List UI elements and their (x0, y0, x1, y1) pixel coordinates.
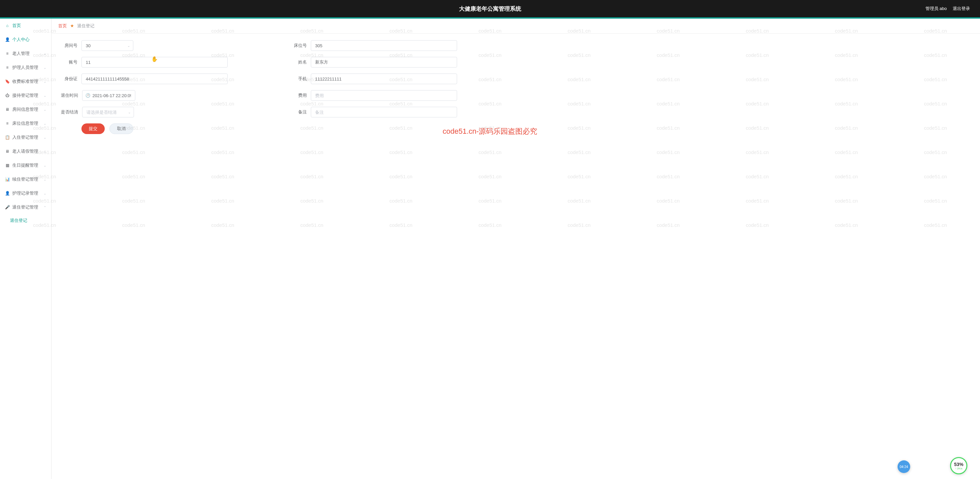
sidebar-item-birthday[interactable]: ▦ 生日提醒管理 ⌄ (0, 158, 51, 172)
chevron-down-icon: ⌄ (43, 94, 46, 97)
sidebar-item-checkout[interactable]: 🎤 退住登记管理 ⌃ (0, 200, 51, 214)
fee-label: 费用 (288, 93, 311, 99)
idcard-input[interactable] (81, 73, 228, 84)
list-icon: ≡ (5, 65, 10, 70)
chevron-down-icon: ⌄ (43, 150, 46, 153)
phone-input[interactable] (311, 73, 457, 84)
sidebar-item-bed[interactable]: ≡ 床位信息管理 ⌄ (0, 117, 51, 130)
cancel-button[interactable]: 取消 (109, 123, 133, 134)
checkout-time-label: 退住时间 (58, 93, 82, 99)
sidebar-item-label: 入住登记管理 (12, 134, 43, 141)
list-icon: ≡ (5, 51, 10, 56)
sidebar-item-elderly[interactable]: ≡ 老人管理 ⌄ (0, 46, 51, 61)
admin-label[interactable]: 管理员 abo (926, 6, 947, 12)
meter-widget[interactable]: 53% ↑ 2K/s (950, 457, 967, 474)
sidebar-item-home[interactable]: ⌂ 首页 (0, 19, 51, 33)
chevron-down-icon: ⌄ (43, 52, 46, 56)
clock-icon: 🕐 (86, 93, 91, 98)
remark-input[interactable] (311, 107, 457, 117)
submenu-label: 退住登记 (10, 217, 27, 224)
breadcrumb-home[interactable]: 首页 (58, 23, 67, 28)
settled-select[interactable] (82, 107, 134, 117)
chevron-up-icon: ⌃ (43, 206, 46, 209)
app-title: 大健康老年公寓管理系统 (459, 5, 521, 13)
sidebar-item-label: 收费标准管理 (12, 78, 43, 85)
clipboard-icon: 📋 (5, 135, 10, 140)
chevron-down-icon: ⌄ (43, 80, 46, 83)
sidebar-item-label: 生日提醒管理 (12, 162, 43, 168)
sidebar-item-label: 接待登记管理 (12, 93, 43, 99)
chevron-down-icon: ⌄ (43, 66, 46, 70)
time-value: 04:24 (900, 465, 908, 469)
logout-link[interactable]: 退出登录 (953, 6, 970, 12)
sidebar-item-label: 退住登记管理 (12, 204, 43, 210)
settled-label: 是否结清 (58, 109, 82, 115)
bookmark-icon: 🔖 (5, 79, 10, 84)
sidebar-item-label: 首页 (12, 22, 46, 29)
breadcrumb-separator-icon: ★ (70, 23, 74, 28)
sidebar-item-checkin[interactable]: 📋 入住登记管理 ⌄ (0, 130, 51, 144)
chevron-down-icon: ⌄ (43, 122, 46, 125)
main-content: 首页 ★ 退住登记 房间号 ⌄ 床位号 (51, 19, 980, 479)
chevron-down-icon: ⌄ (43, 108, 46, 112)
submit-button[interactable]: 提交 (81, 123, 105, 134)
sidebar-item-label: 老人请假管理 (12, 148, 43, 154)
sidebar-item-room[interactable]: 🖥 房间信息管理 ⌄ (0, 102, 51, 117)
idcard-label: 身份证 (58, 76, 81, 82)
user-icon: 👤 (5, 37, 10, 42)
room-label: 房间号 (58, 43, 81, 49)
bed-label: 床位号 (288, 43, 311, 49)
power-icon: ⏻ (5, 93, 10, 98)
breadcrumb: 首页 ★ 退住登记 (51, 19, 980, 34)
chevron-down-icon: ⌄ (43, 164, 46, 167)
sidebar-item-nursing-record[interactable]: 👤 护理记录管理 ⌄ (0, 186, 51, 200)
meter-percent: 53% (954, 462, 963, 467)
sidebar-item-label: 老人管理 (12, 51, 43, 57)
checkout-form: 房间号 ⌄ 床位号 账号 姓名 (51, 34, 980, 141)
sidebar-item-renew[interactable]: 📊 续住登记管理 ⌄ (0, 172, 51, 186)
home-icon: ⌂ (5, 23, 10, 28)
account-input[interactable] (81, 57, 228, 67)
mic-icon: 🎤 (5, 205, 10, 209)
name-input[interactable] (311, 57, 457, 67)
app-header: 大健康老年公寓管理系统 管理员 abo 退出登录 (0, 0, 980, 17)
chevron-down-icon: ⌄ (43, 192, 46, 195)
chevron-down-icon: ⌄ (43, 136, 46, 139)
breadcrumb-current: 退住登记 (77, 23, 94, 28)
sidebar-item-label: 续住登记管理 (12, 176, 43, 182)
time-widget[interactable]: 04:24 (897, 460, 910, 473)
sidebar-item-label: 护理记录管理 (12, 190, 43, 196)
chart-icon: 📊 (5, 177, 10, 182)
sidebar-item-fee[interactable]: 🔖 收费标准管理 ⌄ (0, 75, 51, 88)
sidebar-item-label: 个人中心 (12, 37, 46, 43)
room-select[interactable] (81, 40, 133, 51)
sidebar-item-nurse[interactable]: ≡ 护理人员管理 ⌄ (0, 61, 51, 75)
monitor-icon: 🖥 (5, 149, 10, 154)
sidebar-item-label: 护理人员管理 (12, 64, 43, 70)
sidebar-item-profile[interactable]: 👤 个人中心 (0, 33, 51, 46)
list-icon: ≡ (5, 121, 10, 126)
sidebar-item-label: 床位信息管理 (12, 120, 43, 126)
account-label: 账号 (58, 59, 81, 65)
bed-input[interactable] (311, 40, 457, 51)
sidebar-item-label: 房间信息管理 (12, 107, 43, 112)
sidebar-item-reception[interactable]: ⏻ 接待登记管理 ⌄ (0, 88, 51, 102)
phone-label: 手机 (288, 76, 311, 82)
meter-sub: ↑ 2K/s (955, 467, 963, 470)
user-icon: 👤 (5, 191, 10, 196)
monitor-icon: 🖥 (5, 107, 10, 112)
header-right: 管理员 abo 退出登录 (926, 6, 970, 12)
chevron-down-icon: ⌄ (43, 178, 46, 181)
sidebar-item-leave[interactable]: 🖥 老人请假管理 ⌄ (0, 144, 51, 158)
fee-input[interactable] (311, 90, 457, 101)
remark-label: 备注 (288, 109, 311, 115)
sidebar-subitem-checkout-register[interactable]: 退住登记 (0, 214, 51, 227)
sidebar: ⌂ 首页 👤 个人中心 ≡ 老人管理 ⌄ ≡ 护理人员管理 ⌄ 🔖 收费标准管理… (0, 19, 51, 479)
grid-icon: ▦ (5, 163, 10, 168)
name-label: 姓名 (288, 59, 311, 65)
